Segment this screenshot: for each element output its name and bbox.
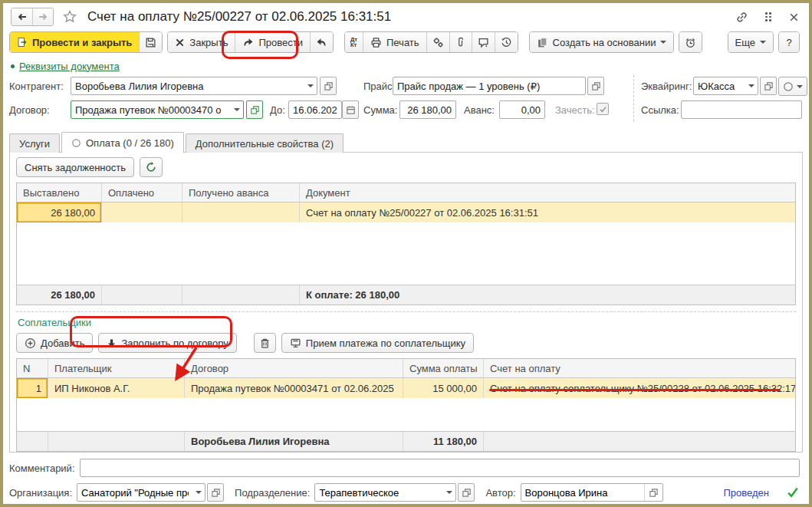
cell-invoice[interactable]: Счет на оплату соплательщику №25/00228 о…: [483, 378, 795, 398]
contract-open-button[interactable]: [246, 100, 263, 119]
comment-input[interactable]: [81, 459, 800, 476]
favorite-star-icon[interactable]: [63, 10, 77, 24]
fill-by-contract-button[interactable]: Заполнить по договору: [98, 333, 236, 353]
price-open-button[interactable]: [587, 77, 604, 95]
close-document-button[interactable]: Закрыть: [168, 32, 235, 52]
col-header[interactable]: Выставлено: [17, 183, 101, 202]
remove-debt-button[interactable]: Снять задолженность: [16, 157, 134, 177]
department-field[interactable]: [314, 483, 456, 502]
calendar-button[interactable]: [342, 100, 359, 119]
tab-payment[interactable]: Оплата (0 / 26 180): [61, 132, 184, 153]
reflink-label: Ссылка:: [641, 104, 679, 116]
open-icon: [764, 81, 774, 91]
more-actions-button[interactable]: Еще: [728, 32, 773, 52]
cell-paid[interactable]: [101, 202, 182, 222]
col-header[interactable]: Счет на оплату: [483, 359, 795, 377]
save-button[interactable]: [139, 32, 162, 52]
status-circle-icon: [71, 138, 81, 148]
dropdown-caret-icon[interactable]: [304, 77, 317, 94]
dropdown-caret-icon[interactable]: [192, 488, 205, 497]
col-header[interactable]: Договор: [184, 359, 403, 377]
help-button[interactable]: ?: [779, 32, 799, 52]
col-header[interactable]: Получено аванса: [182, 183, 299, 202]
cell-issued[interactable]: 26 180,00: [17, 202, 101, 222]
undo-button[interactable]: [310, 32, 333, 52]
organization-field[interactable]: [77, 483, 205, 502]
organization-input[interactable]: [77, 484, 192, 501]
more-menu-icon[interactable]: [765, 12, 771, 21]
undo-arrow-icon: [316, 37, 327, 48]
back-button[interactable]: [12, 8, 32, 25]
due-date-input[interactable]: [289, 101, 341, 118]
contragent-open-button[interactable]: [320, 77, 337, 95]
acquiring-field[interactable]: [693, 77, 758, 95]
sum-field[interactable]: [399, 100, 456, 119]
reminder-button[interactable]: [679, 32, 702, 52]
cell-advance[interactable]: [182, 202, 299, 222]
discussion-button[interactable]: [472, 32, 495, 52]
col-header[interactable]: Оплачено: [101, 183, 182, 202]
author-field[interactable]: [521, 483, 663, 502]
acquiring-status-button[interactable]: [778, 77, 807, 96]
tab-additional-properties[interactable]: Дополнительные свойства (2): [186, 133, 344, 153]
col-header[interactable]: Сумма оплаты: [403, 359, 483, 377]
dropdown-caret-icon[interactable]: [745, 77, 758, 94]
sum-label: Сумма:: [363, 104, 397, 116]
cell-document[interactable]: Счет на оплату №25/00227 от 02.06.2025 1…: [299, 202, 795, 222]
cell-contract[interactable]: Продажа путевок №00003471 от 02.06.2025: [184, 378, 403, 398]
post-button[interactable]: Провести: [235, 32, 310, 52]
get-link-icon[interactable]: [735, 11, 748, 24]
acquiring-open-button[interactable]: [760, 77, 777, 95]
col-header[interactable]: Документ: [299, 183, 795, 202]
table-row[interactable]: 1 ИП Никонов А.Г. Продажа путевок №00003…: [17, 378, 795, 398]
post-and-close-button[interactable]: Провести и закрыть: [10, 32, 139, 52]
sum-input[interactable]: [400, 101, 455, 118]
author-label: Автор:: [485, 487, 515, 499]
acquiring-input[interactable]: [694, 77, 745, 94]
add-copayer-button[interactable]: Добавить: [16, 333, 93, 353]
print-button[interactable]: Печать: [363, 32, 426, 52]
cell-payment-sum[interactable]: 15 000,00: [403, 378, 483, 398]
advance-field[interactable]: [499, 100, 545, 119]
close-icon[interactable]: [788, 12, 800, 23]
reflink-input[interactable]: [682, 101, 801, 118]
organization-open-button[interactable]: [207, 483, 224, 502]
contract-input[interactable]: [71, 101, 230, 118]
tab-services[interactable]: Услуги: [9, 133, 60, 153]
delete-copayer-button[interactable]: [254, 333, 276, 353]
refresh-button[interactable]: [140, 157, 163, 177]
department-open-button[interactable]: [458, 483, 475, 502]
col-header[interactable]: N: [17, 359, 48, 377]
advance-input[interactable]: [500, 101, 544, 118]
create-based-on-button[interactable]: Создать на основании: [530, 32, 674, 52]
contragent-input[interactable]: [71, 77, 304, 94]
contract-field[interactable]: [71, 100, 244, 119]
history-button[interactable]: [495, 32, 518, 52]
vertical-separator: [633, 75, 634, 121]
contragent-field[interactable]: [71, 77, 317, 95]
col-header[interactable]: Плательщик: [48, 359, 184, 377]
attachments-button[interactable]: [449, 32, 472, 52]
table-row[interactable]: 26 180,00 Счет на оплату №25/00227 от 02…: [17, 202, 795, 222]
cell-number[interactable]: 1: [17, 378, 48, 398]
comment-field[interactable]: [80, 459, 800, 477]
author-input[interactable]: [521, 484, 644, 501]
author-open-button[interactable]: [644, 484, 662, 501]
receive-copayer-payment-button[interactable]: Прием платежа по соплательщику: [281, 333, 474, 353]
forward-button[interactable]: [32, 8, 53, 25]
price-input[interactable]: [393, 77, 585, 94]
reflink-field[interactable]: [681, 100, 802, 119]
payment-table: Выставлено Оплачено Получено аванса Доку…: [16, 183, 796, 305]
due-date-field[interactable]: [288, 100, 342, 119]
department-input[interactable]: [315, 484, 443, 501]
document-requisites-link[interactable]: Реквизиты документа: [19, 61, 120, 72]
table-totals-row: Воробьева Лилия Игоревна 11 180,00: [17, 431, 795, 451]
related-documents-button[interactable]: [426, 32, 449, 52]
dropdown-caret-icon[interactable]: [230, 101, 243, 118]
offset-label: Зачесть:: [555, 104, 595, 116]
offset-checkbox[interactable]: [597, 103, 609, 115]
dropdown-caret-icon[interactable]: [443, 488, 455, 497]
price-field[interactable]: [393, 77, 586, 95]
dt-kt-button[interactable]: ДтКт: [345, 32, 363, 52]
cell-payer[interactable]: ИП Никонов А.Г.: [48, 378, 184, 398]
